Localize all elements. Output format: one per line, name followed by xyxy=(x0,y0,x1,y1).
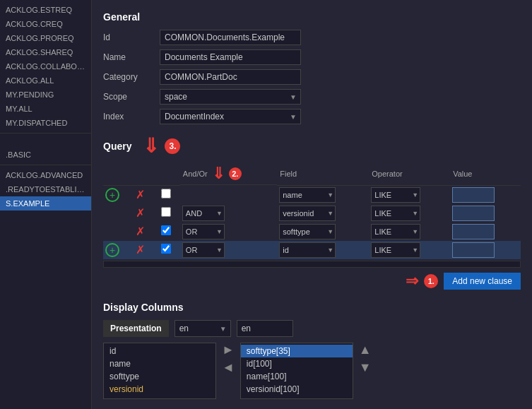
move-down-button[interactable]: ▼ xyxy=(356,360,374,375)
operator-select[interactable]: LIKE=!= xyxy=(371,224,420,239)
query-row: +✗nameversionidsofttypeid▼LIKE=!=▼ xyxy=(103,185,521,204)
scope-select-wrap: spaceallpersonal ▼ xyxy=(160,89,301,105)
checkbox-cell xyxy=(159,204,180,223)
left-list-item[interactable]: versionid xyxy=(104,383,215,396)
sidebar-item[interactable] xyxy=(0,136,91,142)
presentation-row: Presentation enfrde ▼ xyxy=(103,320,521,337)
category-input[interactable] xyxy=(160,69,301,85)
sidebar-item[interactable]: MY.DISPATCHED xyxy=(0,116,91,130)
remove-cell: ✗ xyxy=(131,185,158,204)
sidebar-item[interactable]: ACKLOG.COLLABORATI xyxy=(0,59,91,73)
remove-row-button[interactable]: ✗ xyxy=(133,188,147,202)
field-select[interactable]: nameversionidsofttypeid xyxy=(279,224,336,239)
sidebar-divider xyxy=(0,165,91,165)
query-section: Query ⇓ 3. And/Or ⇓ 2. xyxy=(103,134,521,290)
annotation-2-arrow: ⇓ xyxy=(212,165,225,183)
operator-select[interactable]: LIKE=!= xyxy=(371,242,420,258)
sidebar-item[interactable]: MY.PENDING xyxy=(0,88,91,102)
lang-select[interactable]: enfrde xyxy=(175,320,231,337)
value-cell xyxy=(450,223,521,241)
remove-row-button[interactable]: ✗ xyxy=(133,243,147,257)
sidebar-item[interactable]: ACKLOG.PROREQ xyxy=(0,31,91,45)
andor-cell: ANDOR▼ xyxy=(180,223,277,241)
add-clause-row: ⇒ 1. Add new clause xyxy=(103,272,521,290)
sidebar-item[interactable]: .READYTOESTABLISH xyxy=(0,182,91,196)
remove-cell: ✗ xyxy=(131,223,158,241)
id-label: Id xyxy=(103,32,160,42)
id-input[interactable] xyxy=(160,30,301,45)
row-checkbox[interactable] xyxy=(161,225,171,235)
col-andor: And/Or ⇓ 2. xyxy=(180,163,277,185)
field-cell: nameversionidsofttypeid▼ xyxy=(277,223,369,241)
right-list-item[interactable]: versionid[100] xyxy=(241,383,353,396)
operator-select[interactable]: LIKE=!= xyxy=(371,206,420,221)
value-input[interactable] xyxy=(452,206,495,221)
col-value: Value xyxy=(450,163,521,185)
query-title: Query xyxy=(103,141,131,152)
field-cell: nameversionidsofttypeid▼ xyxy=(277,204,369,223)
index-select[interactable]: DocumentIndexOther xyxy=(160,109,301,124)
row-checkbox[interactable] xyxy=(161,189,171,198)
operator-select[interactable]: LIKE=!= xyxy=(371,187,420,203)
sidebar-item[interactable]: MY.ALL xyxy=(0,102,91,116)
andor-select[interactable]: ANDOR xyxy=(182,206,225,221)
value-input[interactable] xyxy=(452,224,495,239)
col-add xyxy=(103,163,131,185)
right-list-item[interactable]: name[100] xyxy=(241,370,353,383)
query-row: ✗ANDOR▼nameversionidsofttypeid▼LIKE=!=▼ xyxy=(103,204,521,223)
columns-area: idnamesofttypeversionid ► ◄ softtype[35]… xyxy=(103,343,521,399)
move-right-button[interactable]: ► xyxy=(219,343,237,357)
left-list-item[interactable]: softtype xyxy=(104,370,215,383)
field-select[interactable]: nameversionidsofttypeid xyxy=(279,242,336,258)
scope-row: Scope spaceallpersonal ▼ xyxy=(103,89,521,105)
sidebar-item[interactable]: ACKLOG.ALL xyxy=(0,73,91,88)
id-row: Id xyxy=(103,30,521,45)
right-column-list: softtype[35]id[100]name[100]versionid[10… xyxy=(240,343,353,399)
sidebar-item[interactable] xyxy=(0,142,91,148)
name-label: Name xyxy=(103,52,160,62)
col-remove xyxy=(131,163,158,185)
sidebar-item[interactable]: ACKLOG.CREQ xyxy=(0,17,91,31)
andor-select[interactable]: ANDOR xyxy=(182,224,225,239)
sidebar-item[interactable]: ACKLOG.ESTREQ xyxy=(0,3,91,17)
remove-row-button[interactable]: ✗ xyxy=(133,225,147,239)
checkbox-cell xyxy=(159,241,180,259)
sidebar-item[interactable]: .BASIC xyxy=(0,148,91,162)
sidebar-item[interactable]: S.EXAMPLE xyxy=(0,196,91,211)
right-list-item[interactable]: id[100] xyxy=(241,357,353,370)
left-list-item[interactable]: id xyxy=(104,345,215,357)
value-input[interactable] xyxy=(452,242,495,258)
name-input[interactable] xyxy=(160,49,301,65)
row-checkbox[interactable] xyxy=(161,244,171,254)
sidebar: ACKLOG.ESTREQACKLOG.CREQACKLOG.PROREQACK… xyxy=(0,0,92,409)
value-input[interactable] xyxy=(452,187,495,203)
operator-cell: LIKE=!=▼ xyxy=(369,241,450,259)
left-list-item[interactable]: name xyxy=(104,357,215,370)
add-row-button[interactable]: + xyxy=(105,188,119,202)
lang-input[interactable] xyxy=(237,320,293,337)
add-cell: + xyxy=(103,185,131,204)
query-table-wrap: And/Or ⇓ 2. Field Operator Value +✗namev… xyxy=(103,160,521,259)
scope-select[interactable]: spaceallpersonal xyxy=(160,89,301,105)
checkbox-cell xyxy=(159,223,180,241)
query-row: ✗ANDOR▼nameversionidsofttypeid▼LIKE=!=▼ xyxy=(103,223,521,241)
move-up-button[interactable]: ▲ xyxy=(356,343,374,357)
add-row-button[interactable]: + xyxy=(105,243,119,257)
general-title: General xyxy=(103,11,521,23)
annotation-1-arrow: ⇒ xyxy=(406,272,418,290)
field-select[interactable]: nameversionidsofttypeid xyxy=(279,206,336,221)
index-select-wrap: DocumentIndexOther ▼ xyxy=(160,109,301,124)
remove-row-button[interactable]: ✗ xyxy=(133,206,147,220)
annotation-2-badge: 2. xyxy=(229,167,242,180)
andor-select[interactable]: ANDOR xyxy=(182,242,225,258)
sidebar-item[interactable]: ACKLOG.SHAREQ xyxy=(0,45,91,59)
field-select[interactable]: nameversionidsofttypeid xyxy=(279,187,336,203)
add-cell: + xyxy=(103,241,131,259)
row-checkbox[interactable] xyxy=(161,207,171,217)
query-row: +✗ANDOR▼nameversionidsofttypeid▼LIKE=!=▼ xyxy=(103,241,521,259)
add-clause-button[interactable]: Add new clause xyxy=(444,273,521,290)
sidebar-item[interactable]: ACKLOG.ADVANCED xyxy=(0,168,91,182)
move-left-button[interactable]: ◄ xyxy=(219,360,237,375)
right-list-item[interactable]: softtype[35] xyxy=(241,345,353,357)
query-scrollbar[interactable] xyxy=(103,261,521,268)
